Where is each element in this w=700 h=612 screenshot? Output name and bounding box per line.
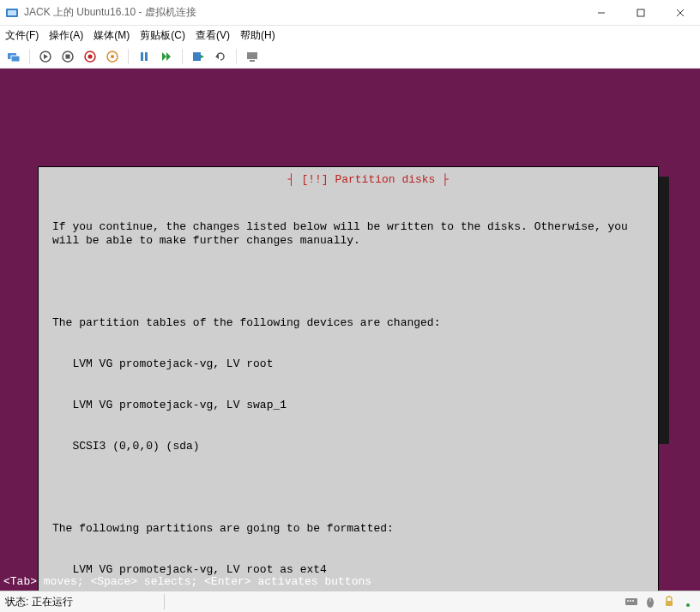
svg-rect-20 <box>193 52 201 61</box>
ctrl-alt-del-icon[interactable] <box>5 48 22 65</box>
toolbar-separator <box>128 49 129 64</box>
svg-marker-18 <box>162 52 166 61</box>
svg-marker-19 <box>166 52 171 61</box>
svg-rect-16 <box>141 52 143 61</box>
keyboard-icon <box>625 595 638 609</box>
svg-rect-31 <box>666 601 673 606</box>
toolbar-separator <box>29 49 30 64</box>
menu-view[interactable]: 查看(V) <box>196 28 230 43</box>
menu-file[interactable]: 文件(F) <box>5 28 39 43</box>
svg-rect-24 <box>250 60 255 62</box>
svg-rect-3 <box>637 9 644 16</box>
pt-line: SCSI3 (0,0,0) (sda) <box>52 440 644 453</box>
pt-line: LVM VG promotejack-vg, LV swap_1 <box>52 399 644 412</box>
turnoff-icon[interactable] <box>59 48 76 65</box>
dialog-title-row: ┤ [!!] Partition disks ├ <box>39 159 658 201</box>
window-buttons <box>582 0 700 25</box>
pt-header: The partition tables of the following de… <box>52 316 644 330</box>
window-title: JACK 上的 Ubuntu16.10 - 虚拟机连接 <box>24 5 582 20</box>
vm-display[interactable]: ┤ [!!] Partition disks ├ If you continue… <box>0 69 700 591</box>
status-divider <box>164 594 165 609</box>
reset-icon[interactable] <box>158 48 175 65</box>
pt-line: LVM VG promotejack-vg, LV root <box>52 357 644 371</box>
status-label: 状态: 正在运行 <box>5 595 73 609</box>
toolbar-separator <box>182 49 183 64</box>
lock-icon <box>662 595 676 609</box>
svg-rect-17 <box>145 52 148 61</box>
svg-point-32 <box>686 603 690 607</box>
blank-line <box>52 275 644 289</box>
menu-media[interactable]: 媒体(M) <box>94 28 130 43</box>
svg-point-15 <box>111 55 114 58</box>
status-dot-icon <box>681 595 695 609</box>
fmt-header: The following partitions are going to be… <box>52 522 644 536</box>
svg-marker-21 <box>201 55 204 58</box>
svg-rect-1 <box>8 10 16 15</box>
enhanced-session-icon[interactable] <box>244 48 261 65</box>
maximize-button[interactable] <box>621 0 661 25</box>
svg-rect-7 <box>11 56 20 62</box>
app-icon <box>5 6 19 20</box>
svg-rect-26 <box>627 600 629 602</box>
dialog-paragraph-1: If you continue, the changes listed belo… <box>52 220 644 248</box>
statusbar: 状态: 正在运行 <box>0 591 700 612</box>
menu-help[interactable]: 帮助(H) <box>240 28 275 43</box>
close-button[interactable] <box>661 0 700 25</box>
svg-marker-9 <box>44 54 48 59</box>
save-icon[interactable] <box>104 48 121 65</box>
keyboard-hint: <Tab> moves; <Space> selects; <Enter> ac… <box>3 575 371 589</box>
dialog-title: ┤ [!!] Partition disks ├ <box>283 173 454 186</box>
menu-action[interactable]: 操作(A) <box>49 28 83 43</box>
titlebar: JACK 上的 Ubuntu16.10 - 虚拟机连接 <box>0 0 700 26</box>
pause-icon[interactable] <box>136 48 153 65</box>
start-icon[interactable] <box>37 48 54 65</box>
svg-rect-11 <box>66 54 70 58</box>
checkpoint-icon[interactable] <box>190 48 207 65</box>
menubar: 文件(F) 操作(A) 媒体(M) 剪贴板(C) 查看(V) 帮助(H) <box>0 26 700 45</box>
shutdown-icon[interactable] <box>81 48 99 65</box>
mouse-icon <box>643 595 657 609</box>
svg-point-13 <box>88 54 93 58</box>
svg-rect-28 <box>632 600 634 602</box>
minimize-button[interactable] <box>582 0 621 25</box>
toolbar-separator <box>236 49 237 64</box>
toolbar <box>0 45 700 69</box>
menu-clipboard[interactable]: 剪贴板(C) <box>140 28 185 43</box>
blank-line <box>52 481 644 495</box>
svg-rect-27 <box>630 600 631 602</box>
svg-rect-23 <box>247 52 257 59</box>
partition-dialog: ┤ [!!] Partition disks ├ If you continue… <box>38 166 659 591</box>
revert-icon[interactable] <box>212 48 229 65</box>
